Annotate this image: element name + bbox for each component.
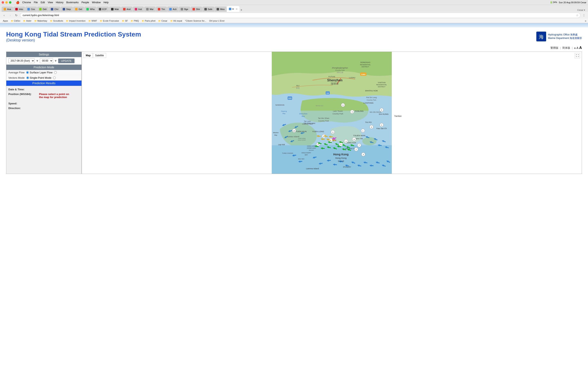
tab-menu-button[interactable]: Cesar ▾ bbox=[576, 8, 586, 12]
svg-text:3: 3 bbox=[346, 141, 346, 142]
settings-datetime-row: 2017-08-20 (Sun) ▾ 00:00 ▾ UPDATE bbox=[6, 57, 81, 65]
datetime-display: 🔋24% bbox=[550, 1, 557, 4]
satellite-button[interactable]: Satellite bbox=[93, 53, 106, 58]
citizen-science-label: "Citizen Science for... bbox=[185, 20, 206, 22]
map-area[interactable]: Shenzhen 深圳市 Yantian LIANTANG SHATAU KOK… bbox=[82, 52, 582, 174]
menu-chrome[interactable]: Chrome bbox=[22, 1, 31, 4]
svg-text:SAI KUNG: SAI KUNG bbox=[379, 113, 389, 115]
new-tab-button[interactable]: + bbox=[241, 8, 242, 12]
tab-mea[interactable]: Mea bbox=[215, 7, 226, 12]
map-svg[interactable]: Shenzhen 深圳市 Yantian LIANTANG SHATAU KOK… bbox=[82, 52, 582, 174]
tab-and[interactable]: And bbox=[121, 7, 133, 12]
hk-logo-text: Hydrographic Office 海事處 Marine Departmen… bbox=[548, 33, 582, 40]
impact-label: Impact Invention bbox=[69, 20, 86, 22]
tab-get[interactable]: Get bbox=[73, 7, 84, 12]
tab-tim[interactable]: Tim bbox=[156, 7, 167, 12]
bookmark-star-icon[interactable]: ☆ bbox=[576, 14, 579, 17]
extensions-button[interactable]: ⋮ bbox=[581, 13, 586, 18]
maximize-dot[interactable] bbox=[9, 1, 11, 4]
tab-mak[interactable]: Mak bbox=[109, 7, 121, 12]
bookmark-ecole[interactable]: 📁 Ecole Francaise bbox=[99, 19, 120, 22]
apple-menu[interactable]: 🍎 bbox=[16, 1, 19, 4]
tab-inst[interactable]: Inst bbox=[133, 7, 144, 12]
tab-mar[interactable]: Mar bbox=[144, 7, 156, 12]
svg-text:LUOHU: LUOHU bbox=[349, 77, 355, 79]
date-dropdown-icon[interactable]: ▾ bbox=[36, 58, 38, 63]
bookmark-cesar[interactable]: 📁 Cesar bbox=[157, 19, 168, 22]
menu-window[interactable]: Window bbox=[92, 1, 101, 4]
reload-button[interactable]: ↻ bbox=[14, 13, 19, 18]
bookmark-hkexpat[interactable]: 📁 Hk expat bbox=[169, 19, 183, 22]
lang-simplified[interactable]: 简体版 bbox=[562, 46, 570, 50]
vectors-mode-input[interactable] bbox=[26, 76, 29, 79]
menu-history[interactable]: History bbox=[56, 1, 63, 4]
svg-text:LIANTANG: LIANTANG bbox=[363, 102, 373, 104]
average-flow-input[interactable] bbox=[26, 71, 29, 74]
close-dot[interactable] bbox=[2, 1, 4, 4]
tab-ces[interactable]: Ces bbox=[25, 7, 37, 12]
tab-bge[interactable]: Bge bbox=[179, 7, 190, 12]
back-button[interactable]: ‹ bbox=[2, 13, 7, 18]
bookmark-oh-envt[interactable]: OH pour L'Envt bbox=[208, 19, 226, 22]
tab-label-ecf: ECF bbox=[102, 8, 107, 10]
bookmark-wwf[interactable]: 📁 WWF bbox=[87, 19, 98, 22]
date-select[interactable]: 2017-08-20 (Sun) bbox=[8, 58, 35, 63]
bookmark-pmq[interactable]: 📁 PMQ bbox=[130, 19, 140, 22]
menu-file[interactable]: File bbox=[34, 1, 38, 4]
time-dropdown-icon[interactable]: ▾ bbox=[55, 58, 57, 63]
tab-favicon-bge bbox=[181, 8, 183, 10]
svg-text:SHATAU KOK: SHATAU KOK bbox=[365, 90, 378, 92]
bookmark-apps[interactable]: Apps bbox=[2, 19, 9, 22]
bookmark-makerbay[interactable]: 📁 Makerbay bbox=[33, 19, 48, 22]
font-medium-btn[interactable]: A bbox=[577, 46, 579, 50]
tab-wha[interactable]: Wha bbox=[84, 7, 96, 12]
font-small-btn[interactable]: A bbox=[574, 47, 576, 49]
menu-people[interactable]: People bbox=[81, 1, 89, 4]
tab-deli[interactable]: Deli bbox=[37, 7, 49, 12]
fullscreen-button[interactable]: ⛶ bbox=[575, 53, 580, 58]
menu-bookmarks[interactable]: Bookmarks bbox=[66, 1, 79, 4]
bookmark-sf[interactable]: 📁 SF bbox=[121, 19, 129, 22]
forward-button[interactable]: › bbox=[8, 13, 13, 18]
tab-label-hk: H bbox=[232, 8, 234, 10]
hkexpat-label: Hk expat bbox=[173, 20, 182, 22]
bookmark-aster[interactable]: 📁 Aster bbox=[22, 19, 33, 22]
folder-icon-pmq: 📁 bbox=[131, 20, 133, 22]
tab-inbox[interactable]: Inbo bbox=[13, 7, 25, 12]
map-button[interactable]: Map bbox=[84, 53, 93, 58]
bookmark-citisci[interactable]: 📁 CitiSci bbox=[9, 19, 21, 22]
bookmark-paris[interactable]: 📁 Paris pihet bbox=[140, 19, 156, 22]
tab-safe[interactable]: Safe bbox=[202, 7, 215, 12]
menu-help[interactable]: Help bbox=[104, 1, 109, 4]
menu-view[interactable]: View bbox=[48, 1, 53, 4]
surface-layer-input[interactable] bbox=[54, 71, 57, 74]
tab-favicon-wha bbox=[86, 8, 89, 10]
single-point-input[interactable] bbox=[53, 76, 56, 79]
tab-hk-active[interactable]: H ✕ bbox=[227, 6, 240, 12]
svg-text:TSUEN WAN: TSUEN WAN bbox=[353, 134, 365, 137]
tab-label-wha: Wha bbox=[90, 8, 95, 10]
tab-close-hk[interactable]: ✕ bbox=[236, 8, 237, 10]
bookmark-citizen-science[interactable]: "Citizen Science for... bbox=[184, 19, 208, 22]
tab-asana[interactable]: Asa bbox=[2, 7, 13, 12]
bookmark-impact[interactable]: 📁 Impact Invention bbox=[65, 19, 87, 22]
bookmarks-more-button[interactable]: » bbox=[585, 19, 586, 22]
lang-traditional[interactable]: 繁體版 bbox=[550, 46, 558, 50]
logo-line2: Marine Department 海道測量部 bbox=[548, 36, 582, 40]
svg-text:HONG KONG: HONG KONG bbox=[307, 145, 316, 147]
vectors-mode-radio[interactable]: Single-Point Mode bbox=[26, 76, 56, 79]
tab-ecf[interactable]: ECF bbox=[97, 7, 109, 12]
tab-shir[interactable]: Shir bbox=[190, 7, 202, 12]
svg-text:Bay: Bay bbox=[274, 134, 277, 136]
time-select[interactable]: 00:00 bbox=[40, 58, 53, 63]
update-button[interactable]: UPDATE bbox=[58, 58, 75, 63]
tab-acti[interactable]: Acti bbox=[167, 7, 178, 12]
tab-step[interactable]: Step bbox=[61, 7, 73, 12]
font-large-btn[interactable]: A bbox=[579, 46, 582, 50]
url-input[interactable] bbox=[20, 13, 580, 18]
minimize-dot[interactable] bbox=[5, 1, 8, 4]
menu-edit[interactable]: Edit bbox=[41, 1, 45, 4]
bookmark-scoutbots[interactable]: 📁 Scoutbots bbox=[49, 19, 64, 22]
average-flow-radio[interactable]: Surface Layer Flow bbox=[26, 71, 57, 74]
tab-chri[interactable]: Chri bbox=[49, 7, 61, 12]
